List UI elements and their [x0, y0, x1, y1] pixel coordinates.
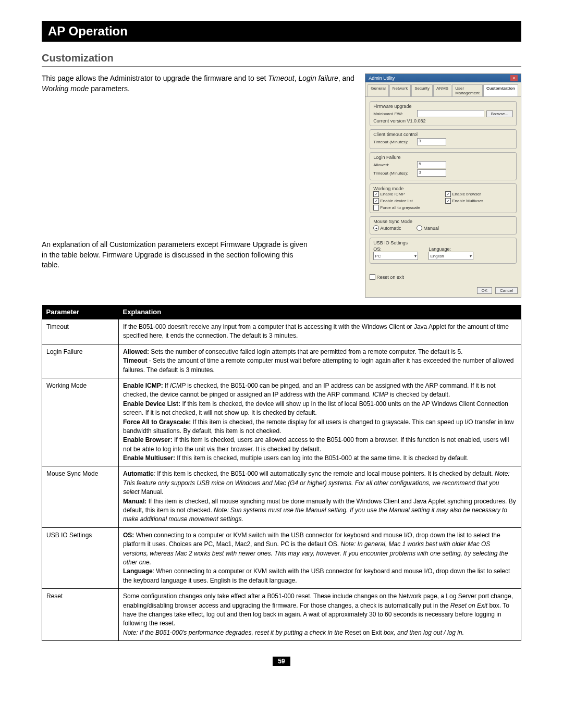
chevron-down-icon: ▾	[470, 254, 472, 258]
check-reset-on-exit[interactable]	[370, 274, 375, 280]
dialog-title: Admin Utility	[369, 76, 395, 81]
page-number: 59	[273, 657, 290, 666]
explanation-cell: OS: When connecting to a computer or KVM…	[119, 527, 521, 588]
check-label: Enable ICMP	[380, 192, 405, 196]
check-label: Enable browser	[452, 192, 481, 196]
param-cell: USB IO Settings	[42, 527, 119, 588]
tab-user-management[interactable]: User Management	[452, 84, 483, 96]
close-icon[interactable]: ×	[510, 75, 518, 81]
group-label: Mouse Sync Mode	[373, 219, 513, 224]
param-cell: Mouse Sync Mode	[42, 466, 119, 527]
group-label: Firmware upgrade	[373, 104, 513, 109]
param-cell: Timeout	[42, 319, 119, 344]
param-cell: Working Mode	[42, 378, 119, 466]
group-firmware: Firmware upgrade Mainboard F/W: Browse..…	[370, 101, 517, 126]
login-timeout-input[interactable]: 3	[417, 169, 446, 177]
check-device-list[interactable]: ✓	[373, 198, 379, 204]
dialog-tabs: General Network Security ANMS User Manag…	[365, 82, 521, 97]
group-working-mode: Working mode ✓Enable ICMP ✓Enable browse…	[370, 183, 517, 213]
table-row: USB IO SettingsOS: When connecting to a …	[42, 527, 521, 588]
param-cell: Reset	[42, 589, 119, 641]
group-label: Working mode	[373, 186, 513, 191]
check-label: Enable Multiuser	[452, 199, 483, 203]
tab-customization[interactable]: Customization	[483, 84, 518, 96]
group-label: USB IO Settings	[373, 240, 513, 245]
tab-security[interactable]: Security	[411, 84, 433, 96]
parameter-table: Parameter Explanation TimeoutIf the B051…	[42, 305, 521, 641]
explanation-cell: Allowed: Sets the number of consecutive …	[119, 344, 521, 378]
login-timeout-label: Timeout (Minutes):	[373, 171, 415, 176]
cancel-button[interactable]: Cancel	[495, 287, 518, 294]
os-select[interactable]: PC▾	[373, 252, 418, 260]
check-label: Reset on exit	[376, 275, 404, 280]
fw-file-input[interactable]	[417, 110, 484, 117]
fw-file-label: Mainboard F/W:	[373, 112, 415, 116]
radio-manual[interactable]	[417, 225, 422, 231]
ok-button[interactable]: OK	[477, 287, 493, 294]
language-label: Language:	[429, 246, 473, 252]
tab-anms[interactable]: ANMS	[433, 84, 451, 96]
radio-auto[interactable]: ●	[373, 225, 379, 231]
allowed-label: Allowed:	[373, 163, 415, 167]
check-browser[interactable]: ✓	[445, 191, 451, 197]
explanation-cell: Enable ICMP: If ICMP is checked, the B05…	[119, 378, 521, 466]
check-icmp[interactable]: ✓	[373, 191, 379, 197]
fw-current-version: Current version V1.0.082	[373, 118, 513, 124]
browse-button[interactable]: Browse...	[486, 110, 513, 117]
table-row: Mouse Sync ModeAutomatic: If this item i…	[42, 466, 521, 527]
check-label: Force all to grayscale	[380, 205, 420, 210]
page-title: AP Operation	[42, 21, 521, 42]
tab-network[interactable]: Network	[389, 84, 411, 96]
group-timeout: Client timeout control Timeout (Minutes)…	[370, 129, 517, 149]
allowed-input[interactable]: 5	[417, 161, 446, 168]
explanation-cell: Some configuration changes only take eff…	[119, 589, 521, 641]
group-mouse-sync: Mouse Sync Mode ●Automatic Manual	[370, 216, 517, 235]
check-label: Enable device list	[380, 199, 412, 203]
admin-utility-dialog: Admin Utility × General Network Security…	[365, 73, 521, 298]
timeout-label: Timeout (Minutes):	[373, 140, 415, 144]
group-label: Client timeout control	[373, 132, 513, 137]
tab-general[interactable]: General	[368, 84, 388, 96]
check-grayscale[interactable]	[373, 205, 379, 211]
param-cell: Login Failure	[42, 344, 119, 378]
group-label: Login Failure	[373, 155, 513, 160]
group-login-failure: Login Failure Allowed:5 Timeout (Minutes…	[370, 152, 517, 180]
intro-paragraph: This page allows the Administrator to up…	[42, 73, 354, 94]
timeout-input[interactable]: 3	[417, 138, 446, 145]
table-row: Working ModeEnable ICMP: If ICMP is chec…	[42, 378, 521, 466]
intro-followup: An explanation of all Customization para…	[42, 240, 313, 270]
table-header-explanation: Explanation	[119, 305, 521, 319]
explanation-cell: If the B051-000 doesn't receive any inpu…	[119, 319, 521, 344]
table-row: Login FailureAllowed: Sets the number of…	[42, 344, 521, 378]
explanation-cell: Automatic: If this item is checked, the …	[119, 466, 521, 527]
radio-label: Manual	[423, 226, 439, 231]
group-usb-io: USB IO Settings OS: PC▾ Language: Englis…	[370, 238, 517, 264]
language-select[interactable]: English▾	[429, 252, 473, 260]
table-row: TimeoutIf the B051-000 doesn't receive a…	[42, 319, 521, 344]
table-header-parameter: Parameter	[42, 305, 119, 319]
chevron-down-icon: ▾	[414, 254, 417, 258]
os-label: OS:	[373, 246, 418, 252]
radio-label: Automatic	[380, 226, 401, 231]
section-subtitle: Customization	[42, 52, 521, 67]
check-multiuser[interactable]: ✓	[445, 198, 451, 204]
table-row: ResetSome configuration changes only tak…	[42, 589, 521, 641]
